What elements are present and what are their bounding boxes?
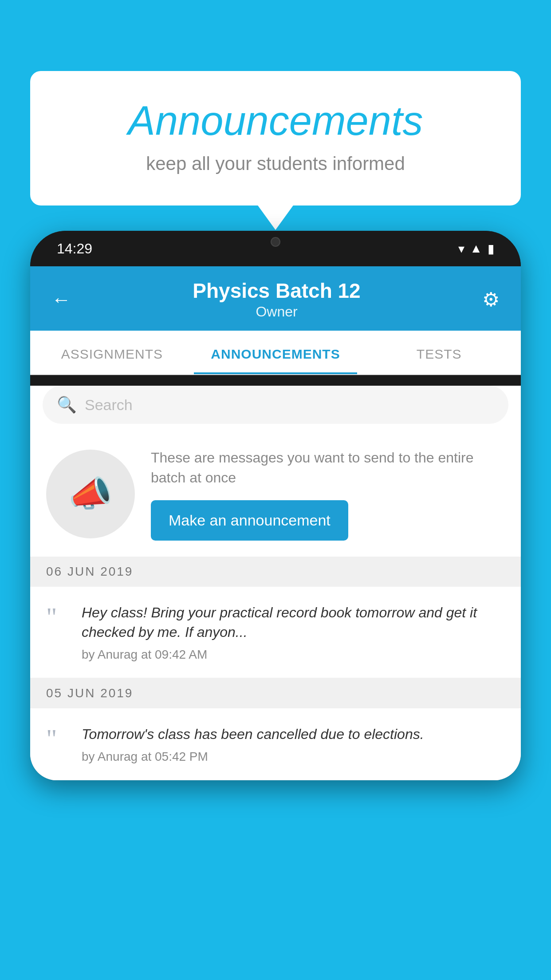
search-bar[interactable]: 🔍 Search (43, 386, 508, 424)
speech-bubble-title: Announcements (66, 98, 485, 144)
announcement-meta-1: by Anurag at 09:42 AM (82, 648, 505, 662)
status-icons: ▾ ▲ ▮ (458, 241, 494, 256)
quote-icon-1: " (46, 606, 68, 628)
phone-container: 14:29 ▾ ▲ ▮ ← Physics Batch 12 Owner ⚙ A… (30, 231, 521, 980)
megaphone-icon: 📣 (68, 473, 113, 515)
header-center: Physics Batch 12 Owner (71, 279, 482, 320)
phone-frame: 14:29 ▾ ▲ ▮ ← Physics Batch 12 Owner ⚙ A… (30, 231, 521, 780)
app-header: ← Physics Batch 12 Owner ⚙ (30, 266, 521, 331)
notch (240, 231, 311, 253)
tabs-container: ASSIGNMENTS ANNOUNCEMENTS TESTS (30, 331, 521, 375)
back-button[interactable]: ← (51, 288, 71, 311)
content-area: 🔍 Search 📣 These are messages you want t… (30, 386, 521, 780)
promo-area: 📣 These are messages you want to send to… (30, 435, 521, 557)
promo-description: These are messages you want to send to t… (151, 448, 505, 488)
announcement-meta-2: by Anurag at 05:42 PM (82, 750, 505, 764)
make-announcement-button[interactable]: Make an announcement (151, 500, 348, 541)
camera-dot (271, 237, 280, 247)
speech-bubble: Announcements keep all your students inf… (30, 71, 521, 205)
tab-tests[interactable]: TESTS (357, 331, 521, 374)
search-icon: 🔍 (57, 395, 77, 414)
status-bar: 14:29 ▾ ▲ ▮ (30, 231, 521, 266)
date-separator-2: 05 JUN 2019 (30, 678, 521, 708)
status-time: 14:29 (57, 241, 92, 257)
signal-icon: ▲ (470, 241, 482, 256)
announcement-item-1[interactable]: " Hey class! Bring your practical record… (30, 587, 521, 679)
announcement-text-1: Hey class! Bring your practical record b… (82, 603, 505, 643)
settings-icon[interactable]: ⚙ (482, 288, 500, 311)
search-placeholder: Search (85, 396, 133, 414)
header-title: Physics Batch 12 (71, 279, 482, 303)
quote-icon-2: " (46, 728, 68, 749)
promo-right: These are messages you want to send to t… (151, 448, 505, 541)
date-separator-1: 06 JUN 2019 (30, 557, 521, 587)
announcement-content-2: Tomorrow's class has been cancelled due … (82, 724, 505, 764)
announcement-item-2[interactable]: " Tomorrow's class has been cancelled du… (30, 708, 521, 780)
header-subtitle: Owner (71, 304, 482, 320)
tab-assignments[interactable]: ASSIGNMENTS (30, 331, 194, 374)
promo-icon-circle: 📣 (46, 450, 135, 538)
wifi-icon: ▾ (458, 241, 464, 256)
announcement-text-2: Tomorrow's class has been cancelled due … (82, 724, 505, 744)
tab-announcements[interactable]: ANNOUNCEMENTS (194, 331, 358, 374)
announcement-content-1: Hey class! Bring your practical record b… (82, 603, 505, 662)
speech-bubble-subtitle: keep all your students informed (66, 153, 485, 174)
battery-icon: ▮ (488, 241, 494, 256)
speech-bubble-container: Announcements keep all your students inf… (30, 71, 521, 205)
